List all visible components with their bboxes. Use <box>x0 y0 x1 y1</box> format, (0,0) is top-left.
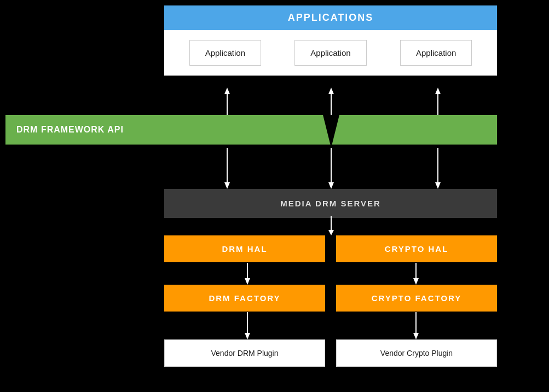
svg-marker-11 <box>435 182 441 189</box>
hal-row: DRM HAL CRYPTO HAL <box>164 235 497 262</box>
crypto-factory-box: CRYPTO FACTORY <box>336 285 497 312</box>
application-box-1: Application <box>189 40 261 66</box>
svg-marker-5 <box>435 88 441 94</box>
media-drm-server-block: MEDIA DRM SERVER <box>164 189 497 218</box>
applications-body: Application Application Application <box>164 30 497 76</box>
vendor-drm-plugin-box: Vendor DRM Plugin <box>164 339 325 367</box>
vendor-crypto-plugin-box: Vendor Crypto Plugin <box>336 339 497 367</box>
svg-marker-21 <box>413 333 419 339</box>
vendor-row: Vendor DRM Plugin Vendor Crypto Plugin <box>164 339 497 367</box>
drm-framework-block: DRM FRAMEWORK API <box>5 115 497 145</box>
svg-marker-15 <box>245 278 250 285</box>
applications-block: APPLICATIONS Application Application App… <box>164 5 497 76</box>
applications-header: APPLICATIONS <box>164 5 497 30</box>
svg-marker-3 <box>328 88 334 94</box>
svg-marker-13 <box>328 230 334 235</box>
drm-factory-box: DRM FACTORY <box>164 285 325 312</box>
svg-marker-9 <box>328 182 334 189</box>
svg-marker-19 <box>245 333 250 339</box>
factory-row: DRM FACTORY CRYPTO FACTORY <box>164 285 497 312</box>
drm-framework-label: DRM FRAMEWORK API <box>16 125 124 135</box>
application-box-3: Application <box>400 40 472 66</box>
svg-marker-7 <box>224 182 230 189</box>
svg-marker-17 <box>413 278 419 285</box>
crypto-hal-box: CRYPTO HAL <box>336 235 497 262</box>
svg-marker-1 <box>224 88 230 94</box>
application-box-2: Application <box>294 40 366 66</box>
drm-hal-box: DRM HAL <box>164 235 325 262</box>
